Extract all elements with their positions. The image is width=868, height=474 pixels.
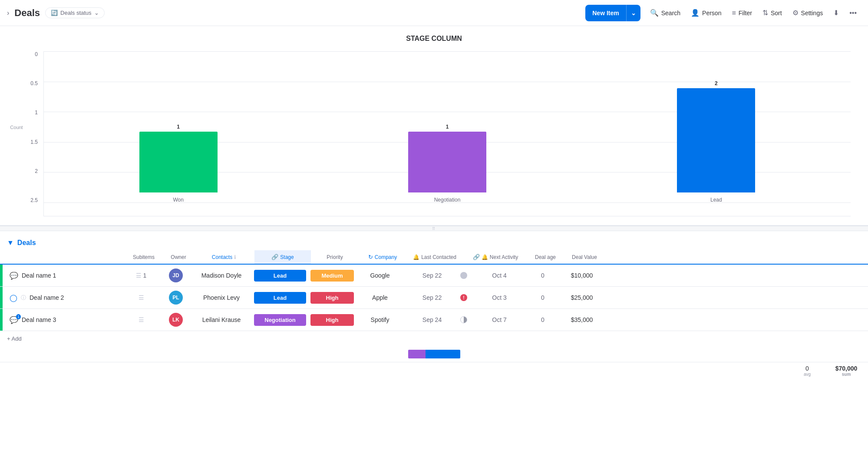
cell-contacts-3: Leilani Krause	[191, 313, 252, 327]
footer-deal-value-value: $70,000	[835, 365, 858, 372]
cell-priority-3: High	[308, 312, 356, 328]
cell-company-1: Google	[356, 268, 404, 282]
sort-button[interactable]: ⇅ Sort	[758, 6, 786, 20]
cell-name-1: 💬 Deal name 1	[3, 268, 122, 283]
table-row: 💬 Deal name 1 ☰ 1 JD Madison Doyle Lead …	[0, 265, 868, 287]
more-button[interactable]: •••	[845, 7, 861, 20]
more-icon: •••	[849, 9, 857, 17]
chart-container: Count 2.5 2 1.5 1 0.5 0 1 Won	[17, 51, 851, 216]
y-tick-15: 1.5	[30, 139, 38, 145]
activity-dot-2: !	[460, 294, 467, 301]
add-row-button[interactable]: + Add	[0, 331, 868, 346]
cell-subitems-3: ☰	[122, 313, 161, 327]
chat-icon-1[interactable]: 💬	[10, 272, 18, 280]
footer-deal-value: $70,000 sum	[825, 365, 868, 377]
search-button[interactable]: 🔍 Search	[646, 6, 685, 20]
cell-next-activity-icon-2: !	[460, 294, 473, 301]
page-title: Deals	[14, 7, 40, 19]
header-actions: 🔍 Search 👤 Person ≡ Filter ⇅ Sort ⚙ Sett…	[646, 6, 861, 20]
sidebar-toggle-button[interactable]: ›	[7, 9, 9, 17]
filter-label: Filter	[739, 10, 752, 17]
bar-lead-rect	[677, 88, 755, 192]
col-header-stage: 🔗 Stage	[254, 250, 311, 264]
bar-won: 1 Won	[139, 124, 218, 203]
settings-button[interactable]: ⚙ Settings	[788, 6, 828, 20]
priority-badge-1: Medium	[310, 270, 354, 282]
chart-title: STAGE COLUMN	[17, 35, 851, 43]
footer-deal-value-label: sum	[825, 372, 868, 377]
cell-deal-age-1: 0	[525, 268, 560, 282]
strip-negotiation	[408, 350, 426, 358]
col-header-owner: Owner	[163, 251, 194, 264]
link-icon: 🔗	[473, 254, 480, 260]
bars-group: 1 Won 1 Negotiation 2 Lead	[44, 51, 851, 216]
deals-section-label: Deals	[17, 239, 36, 247]
table-footer: 0 avg $70,000 sum	[0, 362, 868, 379]
y-axis: Count 2.5 2 1.5 1 0.5 0	[17, 51, 41, 203]
cell-next-activity-icon-3	[460, 316, 473, 323]
cell-last-contacted-3: Sep 24	[404, 313, 460, 327]
col-header-company: ↻ Company	[359, 250, 406, 264]
cell-deal-age-3: 0	[525, 313, 560, 327]
deal-name-2: Deal name 2	[30, 294, 64, 301]
stage-badge-1: Lead	[254, 270, 306, 282]
info-icon-2: ⓘ	[21, 294, 26, 302]
bell2-icon: 🔔	[482, 254, 488, 260]
cell-deal-value-2: $25,000	[560, 291, 604, 305]
new-item-button[interactable]: New Item ⌄	[585, 5, 640, 21]
stage-badge-3: Negotiation	[254, 314, 306, 326]
bottom-strip	[0, 346, 868, 362]
subitem-icon-1: ☰	[136, 272, 142, 279]
cell-name-2: ◯ ⓘ Deal name 2	[3, 290, 122, 305]
person-button[interactable]: 👤 Person	[686, 6, 726, 20]
cell-priority-1: Medium	[308, 268, 356, 283]
deal-name-1: Deal name 1	[22, 272, 56, 279]
sort-label: Sort	[771, 10, 782, 17]
cell-deal-value-1: $10,000	[560, 268, 604, 282]
bar-negotiation: 1 Negotiation	[408, 124, 486, 203]
cell-deal-value-3: $35,000	[560, 313, 604, 327]
y-tick-05: 0.5	[30, 80, 38, 86]
deals-collapse-button[interactable]: ▼	[7, 239, 14, 247]
subitem-icon-2: ☰	[139, 294, 144, 301]
cell-next-activity-1: Oct 4	[473, 268, 525, 282]
cell-owner-3: LK	[161, 309, 191, 330]
chat-icon-2[interactable]: ◯	[10, 294, 17, 302]
download-button[interactable]: ⬇	[829, 6, 843, 20]
chat-icon-3[interactable]: 💬 1	[10, 316, 18, 324]
chart-inner: 1 Won 1 Negotiation 2 Lead	[43, 51, 851, 216]
contacts-label: Contacts	[212, 254, 232, 260]
person-icon: 👤	[691, 9, 700, 17]
cell-priority-2: High	[308, 290, 356, 305]
chevron-down-icon: ⌄	[94, 10, 99, 16]
new-item-label: New Item	[585, 5, 626, 21]
bar-lead-value: 2	[715, 80, 718, 86]
settings-icon: ⚙	[792, 9, 799, 17]
activity-dot-1	[460, 272, 467, 279]
cell-subitems-1: ☰ 1	[122, 268, 161, 282]
y-tick-25: 2.5	[30, 197, 38, 203]
bar-negotiation-label: Negotiation	[434, 197, 461, 203]
divider-handle[interactable]: ⠿	[0, 226, 868, 231]
filter-icon: ≡	[732, 9, 736, 17]
last-contacted-label: Last Contacted	[421, 254, 456, 260]
filter-button[interactable]: ≡ Filter	[727, 7, 756, 20]
bar-negotiation-rect	[408, 132, 486, 192]
y-tick-2: 2	[35, 168, 38, 174]
bell-icon: 🔔	[413, 254, 419, 260]
column-headers: Subitems Owner Contacts ℹ 🔗 Stage Priori…	[0, 250, 868, 265]
contacts-info-icon: ℹ	[234, 254, 236, 260]
footer-deal-age-label: avg	[790, 372, 825, 377]
col-header-contacts[interactable]: Contacts ℹ	[194, 251, 254, 264]
col-header-subitems: Subitems	[124, 251, 163, 264]
bar-lead-label: Lead	[710, 197, 722, 203]
activity-dot-3	[460, 316, 467, 323]
next-activity-label: Next Activity	[490, 254, 518, 260]
col-header-last-contacted: 🔔 Last Contacted	[406, 251, 463, 264]
deals-status-button[interactable]: 🔄 Deals status ⌄	[45, 7, 105, 18]
header: › Deals 🔄 Deals status ⌄ New Item ⌄ 🔍 Se…	[0, 0, 868, 26]
person-label: Person	[702, 10, 721, 17]
cell-stage-1: Lead	[252, 268, 308, 283]
col-header-name	[3, 254, 124, 261]
cell-last-contacted-2: Sep 22	[404, 291, 460, 305]
